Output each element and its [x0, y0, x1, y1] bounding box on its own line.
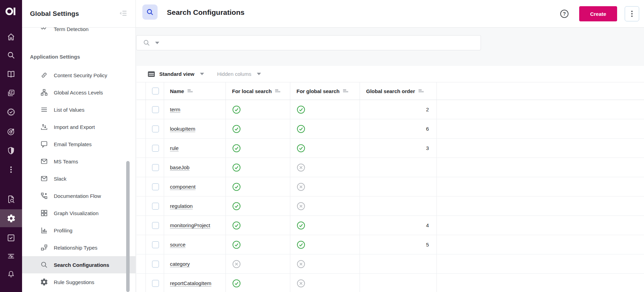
check-circle-icon: [232, 221, 241, 230]
sidebar-item-email-templates[interactable]: Email Templates: [22, 135, 135, 153]
documents-icon[interactable]: [0, 85, 22, 101]
select-all-checkbox[interactable]: [152, 88, 159, 94]
sidebar-item-label: Relationship Types: [54, 245, 97, 251]
config-name-link[interactable]: baseJob: [170, 164, 190, 170]
target-icon[interactable]: [0, 124, 22, 139]
svg-text:?: ?: [563, 11, 566, 17]
collapse-sidebar-icon[interactable]: [118, 9, 128, 18]
sort-icon[interactable]: [343, 90, 348, 92]
sidebar-scrollbar[interactable]: [126, 161, 130, 292]
search-input[interactable]: [163, 36, 481, 50]
sidebar-item-label: Search Configurations: [54, 262, 109, 268]
sidebar-item-content-security-policy[interactable]: Content Security Policy: [22, 67, 135, 84]
row-checkbox-cell: [146, 139, 164, 158]
row-checkbox[interactable]: [152, 241, 159, 248]
ataccama-logo[interactable]: [0, 3, 22, 19]
header-local-search-cell[interactable]: For local search: [226, 82, 290, 100]
header-name-cell[interactable]: Name: [164, 82, 226, 100]
row-checkbox[interactable]: [152, 145, 159, 152]
view-selector-caret-icon[interactable]: [200, 73, 204, 75]
sidebar-item-list-of-values[interactable]: List of Values: [22, 101, 135, 118]
sidebar-item-label: Global Access Levels: [54, 90, 103, 95]
cross-circle-icon: [296, 202, 305, 211]
config-name-link[interactable]: reportCatalogItem: [170, 280, 211, 286]
config-name-link[interactable]: rule: [170, 145, 179, 151]
table-row: rule3: [137, 139, 644, 158]
more-vertical-icon[interactable]: [0, 162, 22, 177]
badge-check-icon[interactable]: [0, 104, 22, 120]
row-checkbox[interactable]: [152, 222, 159, 229]
sidebar-item-documentation-flow[interactable]: Documentation Flow: [22, 187, 135, 204]
row-checkbox[interactable]: [152, 183, 159, 190]
page-title: Search Configurations: [167, 8, 244, 17]
table-row: component: [137, 177, 644, 197]
row-order-cell: 2: [360, 100, 437, 119]
sidebar-item-relationship-types[interactable]: Relationship Types: [22, 239, 135, 256]
row-checkbox[interactable]: [152, 106, 159, 113]
row-checkbox[interactable]: [152, 261, 159, 268]
row-global-search-cell: [290, 177, 360, 196]
header-global-search-cell[interactable]: For global search: [290, 82, 360, 100]
checkbox-icon[interactable]: [0, 230, 22, 245]
row-filler-cell: [437, 139, 644, 158]
config-name-link[interactable]: monitoringProject: [170, 222, 210, 228]
config-name-link[interactable]: category: [170, 261, 190, 267]
book-icon[interactable]: [0, 67, 22, 82]
row-filler-cell: [437, 235, 644, 254]
hidden-columns-selector[interactable]: Hidden colums: [217, 71, 251, 77]
settings-sidebar: Term DetectionApplication SettingsConten…: [22, 0, 136, 292]
row-name-cell: term: [164, 100, 226, 119]
sort-icon[interactable]: [188, 90, 193, 92]
shield-icon[interactable]: [0, 143, 22, 158]
table-card: Standard view Hidden colums Name For loc…: [137, 66, 644, 292]
table-toolbar: Standard view Hidden colums: [137, 66, 644, 82]
row-spacer-cell: [137, 177, 146, 196]
sidebar-item-label: Import and Export: [54, 124, 95, 130]
sidebar-item-rule-suggestions[interactable]: Rule Suggestions: [22, 273, 135, 291]
row-order-cell: 5: [360, 235, 437, 254]
activity-icon[interactable]: [0, 249, 22, 264]
sidebar-item-import-and-export[interactable]: Import and Export: [22, 118, 135, 135]
row-checkbox[interactable]: [152, 280, 159, 287]
config-name-link[interactable]: term: [170, 107, 180, 112]
sidebar-item-label: Graph Visualization: [54, 210, 99, 216]
document-search-icon[interactable]: [0, 192, 22, 207]
create-button[interactable]: Create: [579, 6, 617, 21]
sidebar-item-graph-visualization[interactable]: Graph Visualization: [22, 204, 135, 222]
config-name-link[interactable]: regulation: [170, 203, 193, 209]
header-kebab-button[interactable]: [625, 6, 639, 21]
sidebar-item-global-access-levels[interactable]: Global Access Levels: [22, 84, 135, 101]
config-name-link[interactable]: lookupItem: [170, 126, 195, 132]
help-icon[interactable]: ?: [560, 9, 569, 19]
hidden-columns-caret-icon[interactable]: [257, 73, 261, 75]
row-checkbox-cell: [146, 158, 164, 177]
settings-gear-icon[interactable]: [0, 209, 22, 227]
row-checkbox[interactable]: [152, 203, 159, 210]
row-checkbox[interactable]: [152, 164, 159, 171]
config-name-link[interactable]: component: [170, 184, 195, 190]
grid-icon: [40, 209, 48, 217]
check-circle-icon: [232, 202, 241, 211]
row-order-cell: [360, 274, 437, 292]
sidebar-item-label: Profiling: [54, 228, 72, 233]
search-icon[interactable]: [0, 48, 22, 63]
sidebar-item-search-configurations[interactable]: Search Configurations: [22, 256, 135, 273]
row-local-search-cell: [226, 100, 290, 119]
table-search-bar[interactable]: [136, 35, 481, 50]
header-order-cell[interactable]: Global search order: [360, 82, 437, 100]
sidebar-item-ms-teams[interactable]: MS Teams: [22, 153, 135, 170]
cross-circle-icon: [296, 279, 305, 288]
sidebar-item-term-detection[interactable]: Term Detection: [22, 28, 135, 38]
sidebar-item-slack[interactable]: Slack: [22, 170, 135, 187]
config-name-link[interactable]: source: [170, 242, 185, 248]
sort-icon[interactable]: [419, 90, 424, 92]
bell-icon[interactable]: [0, 266, 22, 282]
sort-icon[interactable]: [275, 90, 280, 92]
sidebar-item-profiling[interactable]: Profiling: [22, 222, 135, 239]
home-icon[interactable]: [0, 29, 22, 44]
row-local-search-cell: [226, 139, 290, 158]
row-order-cell: [360, 254, 437, 273]
view-selector[interactable]: Standard view: [159, 71, 194, 77]
row-checkbox[interactable]: [152, 125, 159, 132]
search-filter-caret-icon[interactable]: [155, 42, 159, 44]
